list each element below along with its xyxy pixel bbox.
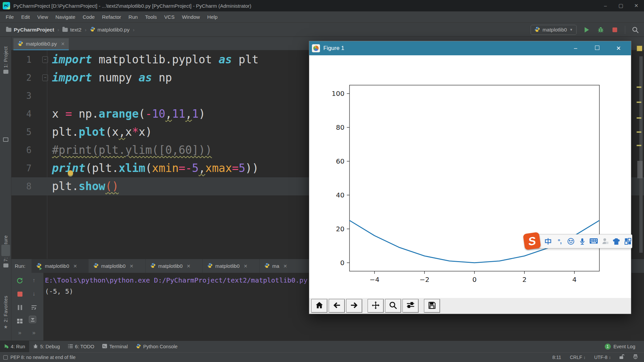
tool-button-icon[interactable] (1, 245, 10, 256)
stop-icon[interactable] (16, 290, 23, 298)
editor-tab-matplotlib0[interactable]: matplotlib0.py ✕ (13, 38, 69, 50)
monitor-icon[interactable] (3, 137, 8, 142)
sidebar-item-label: 2: Favorites (3, 296, 8, 322)
toolbox-icon[interactable] (624, 237, 632, 246)
toolwindow-button--run[interactable]: 4: Run (0, 341, 29, 353)
structure-icon (3, 263, 8, 267)
up-stack-trace-icon[interactable]: ↑ (30, 277, 38, 284)
debug-icon (33, 344, 38, 350)
terminal-icon (102, 344, 107, 349)
encoding-select[interactable]: UTF-8 ↕ (594, 355, 611, 360)
minimize-button[interactable]: – (598, 3, 613, 9)
maximize-button[interactable]: ▢ (613, 3, 629, 9)
skin-icon[interactable] (612, 237, 621, 246)
rerun-icon[interactable] (16, 277, 23, 284)
warning-stripe-mark (637, 86, 641, 88)
menu-item-tools[interactable]: Tools (142, 11, 161, 23)
back-button[interactable] (329, 299, 345, 313)
close-icon[interactable]: ✕ (61, 41, 65, 47)
restore-layout-icon[interactable] (16, 317, 23, 325)
code-token: , (165, 107, 172, 120)
fold-marker-icon[interactable]: − (42, 74, 48, 81)
figure-canvas[interactable]: −4−2024020406080100 (309, 55, 631, 298)
sidebar-item-favorites[interactable]: 2: Favorites★ (0, 296, 11, 329)
toolwindow-button--todo[interactable]: 6: TODO (64, 341, 98, 353)
scrollbar-thumb[interactable] (637, 161, 643, 178)
close-icon[interactable]: ✕ (129, 263, 133, 269)
inspection-indicator-icon[interactable] (637, 46, 642, 51)
down-stack-trace-icon[interactable]: ↓ (30, 290, 38, 298)
sidebar-item-project[interactable]: 1: Project (0, 46, 11, 74)
sogou-logo-icon[interactable]: S (523, 232, 541, 250)
menu-item-window[interactable]: Window (178, 11, 203, 23)
matplotlib-toolbar (309, 298, 631, 314)
code-token: 11 (172, 107, 185, 120)
run-tab-3[interactable]: matplotlib0✕ (203, 259, 260, 273)
subplots-button[interactable] (402, 299, 419, 313)
line-number: 6 (15, 141, 32, 159)
debug-button[interactable] (597, 26, 605, 34)
toolwindow-button-terminal[interactable]: Terminal (98, 341, 132, 353)
emoji-icon[interactable] (567, 237, 575, 246)
line-separator-select[interactable]: CRLF ↕ (570, 355, 585, 360)
breadcrumb-item-text2[interactable]: text2 (61, 26, 83, 34)
keyboard-icon[interactable] (590, 237, 598, 246)
microphone-icon[interactable] (578, 237, 587, 246)
save-button[interactable] (424, 299, 440, 313)
menu-item-help[interactable]: Help (204, 11, 221, 23)
figure-minimize-button[interactable]: – (570, 45, 581, 52)
run-tab-1[interactable]: matplotlib0✕ (89, 259, 146, 273)
code-token: - (185, 162, 192, 175)
stop-button[interactable] (611, 26, 619, 34)
pan-button[interactable] (368, 299, 384, 313)
forward-button[interactable] (346, 299, 362, 313)
menu-item-edit[interactable]: Edit (17, 11, 34, 23)
intention-bulb-icon[interactable] (68, 170, 73, 176)
hector-inspector-icon[interactable] (633, 354, 638, 360)
close-icon[interactable]: ✕ (73, 263, 77, 269)
punctuation-icon[interactable]: °, (555, 237, 564, 246)
close-button[interactable]: ✕ (629, 3, 644, 9)
close-icon[interactable]: ✕ (186, 263, 191, 269)
pause-icon[interactable] (16, 304, 23, 311)
run-configuration-select[interactable]: matplotlib0 ▼ (531, 25, 577, 35)
run-tab-2[interactable]: matplotlib0✕ (146, 259, 203, 273)
run-tab-4[interactable]: ma✕ (260, 259, 317, 273)
editor-scrollbar[interactable] (639, 56, 643, 253)
menu-item-view[interactable]: View (34, 11, 52, 23)
handwriting-icon[interactable] (601, 237, 609, 246)
more-actions-icon[interactable]: » (16, 329, 23, 337)
close-icon[interactable]: ✕ (283, 263, 287, 269)
toolwindow-button--debug[interactable]: 5: Debug (29, 341, 64, 353)
home-button[interactable] (311, 299, 327, 313)
warning-stripe-mark (637, 117, 641, 119)
zoom-button[interactable] (385, 299, 401, 313)
chevron-right-icon: › (85, 27, 87, 33)
figure-title-bar[interactable]: Figure 1 – ✕ (309, 41, 631, 55)
console-output[interactable]: E:\Tools\python\python.exe D:/PyCharmPro… (45, 275, 308, 297)
menu-item-code[interactable]: Code (79, 11, 98, 23)
menu-item-vcs[interactable]: VCS (161, 11, 178, 23)
figure-maximize-button[interactable] (591, 45, 603, 52)
caret-position[interactable]: 8:11 (552, 355, 561, 360)
run-button[interactable] (583, 26, 591, 34)
fold-marker-icon[interactable]: − (42, 56, 48, 63)
more-actions-icon[interactable]: » (30, 329, 38, 337)
menu-item-file[interactable]: File (2, 11, 17, 23)
breadcrumb-item-PyCharmProject[interactable]: PyCharmProject (5, 26, 56, 34)
menu-item-navigate[interactable]: Navigate (52, 11, 79, 23)
scroll-to-end-icon[interactable] (29, 316, 36, 323)
breadcrumb-item-matplotlib0.py[interactable]: matplotlib0.py (89, 25, 131, 34)
soft-wrap-icon[interactable] (30, 304, 38, 311)
menu-item-refactor[interactable]: Refactor (98, 11, 125, 23)
run-tab-0[interactable]: matplotlib0✕ (32, 259, 89, 273)
lock-icon[interactable] (620, 354, 624, 360)
menu-item-run[interactable]: Run (125, 11, 142, 23)
close-icon[interactable]: ✕ (244, 263, 248, 269)
event-log-widget[interactable]: 1Event Log (605, 344, 635, 350)
figure-close-button[interactable]: ✕ (613, 45, 624, 52)
chinese-english-icon[interactable] (544, 237, 552, 246)
code-token: plt. (52, 180, 78, 193)
toolwindow-button-python-console[interactable]: Python Console (132, 341, 181, 353)
search-everywhere-button[interactable] (631, 26, 639, 34)
